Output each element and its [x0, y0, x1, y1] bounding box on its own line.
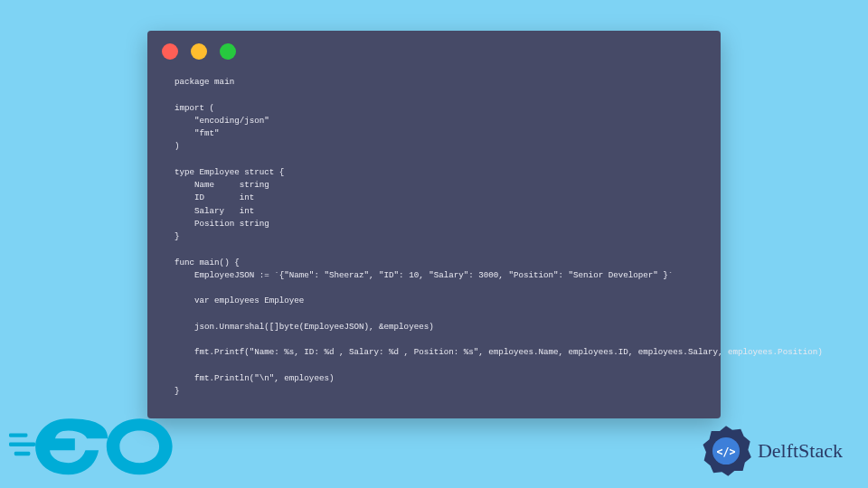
delftstack-badge-icon: </>: [700, 425, 752, 477]
maximize-icon[interactable]: [220, 43, 236, 60]
svg-rect-2: [14, 452, 30, 455]
delftstack-label: DelftStack: [758, 439, 843, 463]
minimize-icon[interactable]: [191, 43, 207, 60]
svg-rect-1: [9, 443, 35, 446]
svg-text:</>: </>: [716, 446, 735, 458]
svg-rect-0: [9, 433, 27, 436]
delftstack-logo: </> DelftStack: [700, 425, 843, 477]
code-block: package main import ( "encoding/json" "f…: [147, 63, 721, 410]
close-icon[interactable]: [162, 43, 178, 60]
go-logo-icon: [9, 411, 176, 479]
window-titlebar: [147, 31, 721, 63]
code-window: package main import ( "encoding/json" "f…: [147, 31, 721, 418]
